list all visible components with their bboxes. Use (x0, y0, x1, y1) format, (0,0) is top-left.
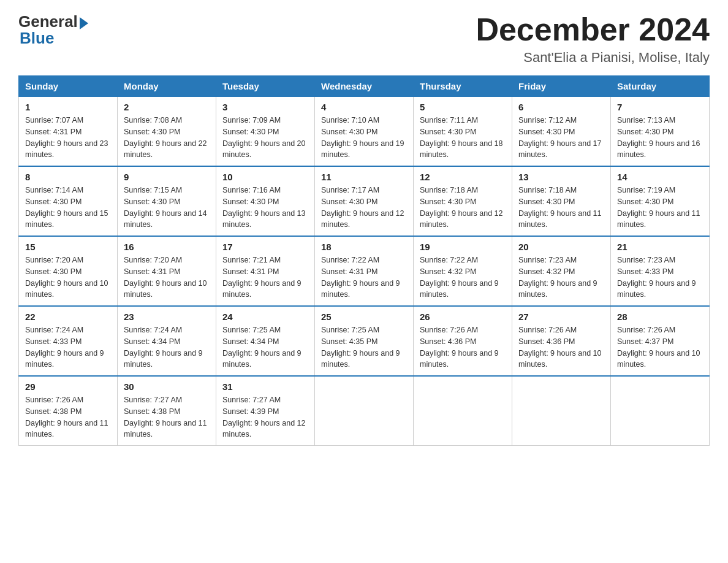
day-number: 9 (124, 172, 210, 182)
day-number: 26 (420, 312, 506, 322)
day-info: Sunrise: 7:26 AMSunset: 4:38 PMDaylight:… (25, 394, 111, 440)
calendar-cell: 5Sunrise: 7:11 AMSunset: 4:30 PMDaylight… (414, 97, 512, 167)
day-number: 20 (518, 242, 604, 252)
calendar-cell: 31Sunrise: 7:27 AMSunset: 4:39 PMDayligh… (216, 376, 315, 446)
calendar-cell: 23Sunrise: 7:24 AMSunset: 4:34 PMDayligh… (118, 306, 216, 376)
logo: General Blue (18, 12, 88, 48)
day-info: Sunrise: 7:24 AMSunset: 4:34 PMDaylight:… (124, 324, 210, 370)
calendar-header-thursday: Thursday (414, 76, 512, 97)
calendar-cell: 25Sunrise: 7:25 AMSunset: 4:35 PMDayligh… (315, 306, 414, 376)
day-info: Sunrise: 7:23 AMSunset: 4:33 PMDaylight:… (617, 255, 703, 301)
day-info: Sunrise: 7:20 AMSunset: 4:31 PMDaylight:… (124, 255, 210, 301)
day-number: 18 (321, 242, 407, 252)
day-number: 3 (222, 102, 308, 112)
calendar-cell: 13Sunrise: 7:18 AMSunset: 4:30 PMDayligh… (512, 166, 611, 236)
day-number: 15 (25, 242, 111, 252)
calendar-cell: 10Sunrise: 7:16 AMSunset: 4:30 PMDayligh… (216, 166, 315, 236)
calendar-cell (611, 376, 710, 446)
day-number: 22 (25, 312, 111, 322)
day-number: 6 (518, 102, 604, 112)
day-number: 11 (321, 172, 407, 182)
calendar-cell: 6Sunrise: 7:12 AMSunset: 4:30 PMDaylight… (512, 97, 611, 167)
day-number: 29 (25, 381, 111, 392)
calendar-cell: 26Sunrise: 7:26 AMSunset: 4:36 PMDayligh… (414, 306, 512, 376)
day-info: Sunrise: 7:18 AMSunset: 4:30 PMDaylight:… (518, 185, 604, 231)
calendar-week-row: 1Sunrise: 7:07 AMSunset: 4:31 PMDaylight… (19, 97, 710, 167)
day-number: 5 (420, 102, 506, 112)
calendar-header-monday: Monday (118, 76, 216, 97)
calendar-cell: 30Sunrise: 7:27 AMSunset: 4:38 PMDayligh… (118, 376, 216, 446)
day-info: Sunrise: 7:22 AMSunset: 4:31 PMDaylight:… (321, 255, 407, 301)
calendar-cell: 18Sunrise: 7:22 AMSunset: 4:31 PMDayligh… (315, 236, 414, 306)
day-number: 30 (124, 381, 210, 392)
day-info: Sunrise: 7:13 AMSunset: 4:30 PMDaylight:… (617, 115, 703, 161)
calendar-header-sunday: Sunday (19, 76, 118, 97)
day-number: 16 (124, 242, 210, 252)
calendar-cell: 3Sunrise: 7:09 AMSunset: 4:30 PMDaylight… (216, 97, 315, 167)
calendar-cell (512, 376, 611, 446)
day-info: Sunrise: 7:12 AMSunset: 4:30 PMDaylight:… (518, 115, 604, 161)
day-info: Sunrise: 7:10 AMSunset: 4:30 PMDaylight:… (321, 115, 407, 161)
calendar-cell: 28Sunrise: 7:26 AMSunset: 4:37 PMDayligh… (611, 306, 710, 376)
day-number: 1 (25, 102, 111, 112)
calendar-header-row: SundayMondayTuesdayWednesdayThursdayFrid… (19, 76, 710, 97)
day-number: 12 (420, 172, 506, 182)
calendar-cell: 11Sunrise: 7:17 AMSunset: 4:30 PMDayligh… (315, 166, 414, 236)
calendar-cell: 1Sunrise: 7:07 AMSunset: 4:31 PMDaylight… (19, 97, 118, 167)
calendar-table: SundayMondayTuesdayWednesdayThursdayFrid… (18, 75, 710, 446)
calendar-cell: 29Sunrise: 7:26 AMSunset: 4:38 PMDayligh… (19, 376, 118, 446)
day-info: Sunrise: 7:18 AMSunset: 4:30 PMDaylight:… (420, 185, 506, 231)
day-info: Sunrise: 7:26 AMSunset: 4:36 PMDaylight:… (420, 324, 506, 370)
day-info: Sunrise: 7:15 AMSunset: 4:30 PMDaylight:… (124, 185, 210, 231)
day-number: 21 (617, 242, 703, 252)
day-number: 27 (518, 312, 604, 322)
day-info: Sunrise: 7:19 AMSunset: 4:30 PMDaylight:… (617, 185, 703, 231)
day-info: Sunrise: 7:14 AMSunset: 4:30 PMDaylight:… (25, 185, 111, 231)
calendar-cell: 27Sunrise: 7:26 AMSunset: 4:36 PMDayligh… (512, 306, 611, 376)
calendar-cell: 21Sunrise: 7:23 AMSunset: 4:33 PMDayligh… (611, 236, 710, 306)
day-info: Sunrise: 7:26 AMSunset: 4:36 PMDaylight:… (518, 324, 604, 370)
calendar-cell: 24Sunrise: 7:25 AMSunset: 4:34 PMDayligh… (216, 306, 315, 376)
day-number: 24 (222, 312, 308, 322)
calendar-cell: 22Sunrise: 7:24 AMSunset: 4:33 PMDayligh… (19, 306, 118, 376)
day-info: Sunrise: 7:22 AMSunset: 4:32 PMDaylight:… (420, 255, 506, 301)
calendar-header-saturday: Saturday (611, 76, 710, 97)
calendar-cell: 20Sunrise: 7:23 AMSunset: 4:32 PMDayligh… (512, 236, 611, 306)
day-info: Sunrise: 7:11 AMSunset: 4:30 PMDaylight:… (420, 115, 506, 161)
calendar-cell: 7Sunrise: 7:13 AMSunset: 4:30 PMDaylight… (611, 97, 710, 167)
calendar-cell: 17Sunrise: 7:21 AMSunset: 4:31 PMDayligh… (216, 236, 315, 306)
page-header: General Blue December 2024 Sant'Elia a P… (18, 12, 710, 66)
day-info: Sunrise: 7:26 AMSunset: 4:37 PMDaylight:… (617, 324, 703, 370)
day-number: 28 (617, 312, 703, 322)
day-info: Sunrise: 7:17 AMSunset: 4:30 PMDaylight:… (321, 185, 407, 231)
day-number: 31 (222, 381, 308, 392)
calendar-cell: 8Sunrise: 7:14 AMSunset: 4:30 PMDaylight… (19, 166, 118, 236)
day-info: Sunrise: 7:27 AMSunset: 4:38 PMDaylight:… (124, 394, 210, 440)
day-info: Sunrise: 7:25 AMSunset: 4:35 PMDaylight:… (321, 324, 407, 370)
day-info: Sunrise: 7:20 AMSunset: 4:30 PMDaylight:… (25, 255, 111, 301)
calendar-cell: 2Sunrise: 7:08 AMSunset: 4:30 PMDaylight… (118, 97, 216, 167)
calendar-week-row: 8Sunrise: 7:14 AMSunset: 4:30 PMDaylight… (19, 166, 710, 236)
title-block: December 2024 Sant'Elia a Pianisi, Molis… (476, 12, 710, 66)
logo-blue-text: Blue (18, 29, 54, 48)
day-number: 8 (25, 172, 111, 182)
day-number: 25 (321, 312, 407, 322)
calendar-cell: 4Sunrise: 7:10 AMSunset: 4:30 PMDaylight… (315, 97, 414, 167)
day-number: 2 (124, 102, 210, 112)
day-info: Sunrise: 7:23 AMSunset: 4:32 PMDaylight:… (518, 255, 604, 301)
day-info: Sunrise: 7:27 AMSunset: 4:39 PMDaylight:… (222, 394, 308, 440)
day-number: 4 (321, 102, 407, 112)
calendar-cell: 19Sunrise: 7:22 AMSunset: 4:32 PMDayligh… (414, 236, 512, 306)
day-info: Sunrise: 7:25 AMSunset: 4:34 PMDaylight:… (222, 324, 308, 370)
day-info: Sunrise: 7:07 AMSunset: 4:31 PMDaylight:… (25, 115, 111, 161)
calendar-cell (315, 376, 414, 446)
day-number: 23 (124, 312, 210, 322)
calendar-header-friday: Friday (512, 76, 611, 97)
day-info: Sunrise: 7:09 AMSunset: 4:30 PMDaylight:… (222, 115, 308, 161)
day-number: 19 (420, 242, 506, 252)
calendar-cell: 16Sunrise: 7:20 AMSunset: 4:31 PMDayligh… (118, 236, 216, 306)
day-info: Sunrise: 7:21 AMSunset: 4:31 PMDaylight:… (222, 255, 308, 301)
calendar-cell (414, 376, 512, 446)
day-number: 14 (617, 172, 703, 182)
calendar-week-row: 29Sunrise: 7:26 AMSunset: 4:38 PMDayligh… (19, 376, 710, 446)
